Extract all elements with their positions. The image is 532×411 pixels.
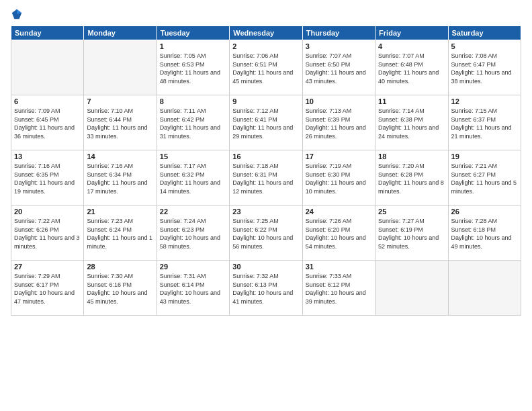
- calendar-day-cell: 31Sunrise: 7:33 AM Sunset: 6:12 PM Dayli…: [302, 261, 375, 316]
- weekday-header: Saturday: [448, 26, 521, 40]
- day-detail: Sunrise: 7:32 AM Sunset: 6:13 PM Dayligh…: [232, 272, 299, 306]
- calendar-day-cell: 29Sunrise: 7:31 AM Sunset: 6:14 PM Dayli…: [157, 261, 229, 316]
- calendar-day-cell: 13Sunrise: 7:16 AM Sunset: 6:35 PM Dayli…: [11, 150, 84, 205]
- calendar-day-cell: 4Sunrise: 7:07 AM Sunset: 6:48 PM Daylig…: [375, 40, 448, 95]
- day-number: 21: [87, 208, 153, 216]
- day-detail: Sunrise: 7:15 AM Sunset: 6:37 PM Dayligh…: [451, 107, 518, 140]
- day-detail: Sunrise: 7:17 AM Sunset: 6:32 PM Dayligh…: [160, 162, 226, 195]
- day-number: 17: [306, 152, 372, 161]
- logo-icon: [11, 8, 23, 20]
- day-detail: Sunrise: 7:11 AM Sunset: 6:42 PM Dayligh…: [160, 107, 226, 140]
- weekday-header: Sunday: [11, 26, 84, 40]
- calendar-day-cell: 11Sunrise: 7:14 AM Sunset: 6:38 PM Dayli…: [375, 95, 448, 150]
- day-detail: Sunrise: 7:07 AM Sunset: 6:48 PM Dayligh…: [378, 52, 445, 85]
- calendar-day-cell: [448, 261, 521, 316]
- calendar-day-cell: 20Sunrise: 7:22 AM Sunset: 6:26 PM Dayli…: [11, 205, 84, 261]
- weekday-header: Friday: [375, 26, 448, 40]
- day-detail: Sunrise: 7:24 AM Sunset: 6:23 PM Dayligh…: [160, 217, 226, 250]
- day-number: 2: [232, 42, 299, 50]
- weekday-header: Wednesday: [230, 26, 302, 40]
- day-number: 5: [451, 42, 518, 50]
- calendar-day-cell: 18Sunrise: 7:20 AM Sunset: 6:28 PM Dayli…: [375, 150, 448, 205]
- day-detail: Sunrise: 7:30 AM Sunset: 6:16 PM Dayligh…: [87, 272, 153, 306]
- day-detail: Sunrise: 7:19 AM Sunset: 6:30 PM Dayligh…: [306, 162, 372, 195]
- weekday-header: Thursday: [302, 26, 375, 40]
- day-number: 9: [232, 97, 299, 105]
- calendar-day-cell: 12Sunrise: 7:15 AM Sunset: 6:37 PM Dayli…: [448, 95, 521, 150]
- day-detail: Sunrise: 7:10 AM Sunset: 6:44 PM Dayligh…: [87, 107, 153, 140]
- header: [11, 8, 521, 20]
- weekday-header: Monday: [84, 26, 157, 40]
- day-number: 23: [232, 208, 299, 216]
- day-number: 26: [451, 208, 518, 216]
- day-number: 6: [14, 97, 81, 105]
- calendar-day-cell: 15Sunrise: 7:17 AM Sunset: 6:32 PM Dayli…: [157, 150, 229, 205]
- calendar-day-cell: 9Sunrise: 7:12 AM Sunset: 6:41 PM Daylig…: [230, 95, 302, 150]
- calendar-day-cell: 28Sunrise: 7:30 AM Sunset: 6:16 PM Dayli…: [84, 261, 157, 316]
- calendar-day-cell: 1Sunrise: 7:05 AM Sunset: 6:53 PM Daylig…: [157, 40, 229, 95]
- day-number: 7: [87, 97, 153, 105]
- day-detail: Sunrise: 7:31 AM Sunset: 6:14 PM Dayligh…: [160, 272, 226, 306]
- day-number: 28: [87, 263, 153, 271]
- calendar: SundayMondayTuesdayWednesdayThursdayFrid…: [11, 26, 521, 316]
- day-number: 20: [14, 208, 81, 216]
- day-number: 8: [160, 97, 226, 105]
- day-number: 22: [160, 208, 226, 216]
- day-number: 3: [306, 42, 372, 50]
- calendar-day-cell: 25Sunrise: 7:27 AM Sunset: 6:19 PM Dayli…: [375, 205, 448, 261]
- calendar-week-row: 20Sunrise: 7:22 AM Sunset: 6:26 PM Dayli…: [11, 205, 521, 261]
- weekday-header: Tuesday: [157, 26, 229, 40]
- calendar-day-cell: 16Sunrise: 7:18 AM Sunset: 6:31 PM Dayli…: [230, 150, 302, 205]
- calendar-day-cell: 7Sunrise: 7:10 AM Sunset: 6:44 PM Daylig…: [84, 95, 157, 150]
- day-number: 27: [14, 263, 81, 271]
- day-detail: Sunrise: 7:26 AM Sunset: 6:20 PM Dayligh…: [306, 217, 372, 250]
- day-detail: Sunrise: 7:28 AM Sunset: 6:18 PM Dayligh…: [451, 217, 518, 250]
- calendar-week-row: 1Sunrise: 7:05 AM Sunset: 6:53 PM Daylig…: [11, 40, 521, 95]
- calendar-day-cell: 14Sunrise: 7:16 AM Sunset: 6:34 PM Dayli…: [84, 150, 157, 205]
- day-number: 16: [232, 152, 299, 161]
- calendar-day-cell: [375, 261, 448, 316]
- day-detail: Sunrise: 7:23 AM Sunset: 6:24 PM Dayligh…: [87, 217, 153, 250]
- calendar-week-row: 13Sunrise: 7:16 AM Sunset: 6:35 PM Dayli…: [11, 150, 521, 205]
- calendar-day-cell: 3Sunrise: 7:07 AM Sunset: 6:50 PM Daylig…: [302, 40, 375, 95]
- calendar-week-row: 6Sunrise: 7:09 AM Sunset: 6:45 PM Daylig…: [11, 95, 521, 150]
- day-detail: Sunrise: 7:08 AM Sunset: 6:47 PM Dayligh…: [451, 52, 518, 85]
- day-number: 25: [378, 208, 445, 216]
- day-number: 31: [306, 263, 372, 271]
- day-detail: Sunrise: 7:20 AM Sunset: 6:28 PM Dayligh…: [378, 162, 445, 195]
- day-detail: Sunrise: 7:06 AM Sunset: 6:51 PM Dayligh…: [232, 52, 299, 85]
- day-detail: Sunrise: 7:21 AM Sunset: 6:27 PM Dayligh…: [451, 162, 518, 195]
- calendar-day-cell: 30Sunrise: 7:32 AM Sunset: 6:13 PM Dayli…: [230, 261, 302, 316]
- day-number: 30: [232, 263, 299, 271]
- day-number: 14: [87, 152, 153, 161]
- calendar-week-row: 27Sunrise: 7:29 AM Sunset: 6:17 PM Dayli…: [11, 261, 521, 316]
- day-detail: Sunrise: 7:05 AM Sunset: 6:53 PM Dayligh…: [160, 52, 226, 85]
- day-detail: Sunrise: 7:29 AM Sunset: 6:17 PM Dayligh…: [14, 272, 81, 306]
- calendar-day-cell: 6Sunrise: 7:09 AM Sunset: 6:45 PM Daylig…: [11, 95, 84, 150]
- calendar-day-cell: 27Sunrise: 7:29 AM Sunset: 6:17 PM Dayli…: [11, 261, 84, 316]
- day-detail: Sunrise: 7:16 AM Sunset: 6:34 PM Dayligh…: [87, 162, 153, 195]
- day-number: 11: [378, 97, 445, 105]
- calendar-day-cell: [11, 40, 84, 95]
- calendar-day-cell: 2Sunrise: 7:06 AM Sunset: 6:51 PM Daylig…: [230, 40, 302, 95]
- day-number: 19: [451, 152, 518, 161]
- calendar-day-cell: 21Sunrise: 7:23 AM Sunset: 6:24 PM Dayli…: [84, 205, 157, 261]
- calendar-day-cell: 8Sunrise: 7:11 AM Sunset: 6:42 PM Daylig…: [157, 95, 229, 150]
- day-number: 10: [306, 97, 372, 105]
- day-number: 29: [160, 263, 226, 271]
- calendar-day-cell: 23Sunrise: 7:25 AM Sunset: 6:22 PM Dayli…: [230, 205, 302, 261]
- day-detail: Sunrise: 7:22 AM Sunset: 6:26 PM Dayligh…: [14, 217, 81, 250]
- calendar-day-cell: 17Sunrise: 7:19 AM Sunset: 6:30 PM Dayli…: [302, 150, 375, 205]
- day-number: 13: [14, 152, 81, 161]
- day-detail: Sunrise: 7:09 AM Sunset: 6:45 PM Dayligh…: [14, 107, 81, 140]
- day-number: 12: [451, 97, 518, 105]
- calendar-day-cell: 19Sunrise: 7:21 AM Sunset: 6:27 PM Dayli…: [448, 150, 521, 205]
- calendar-day-cell: 10Sunrise: 7:13 AM Sunset: 6:39 PM Dayli…: [302, 95, 375, 150]
- day-number: 15: [160, 152, 226, 161]
- day-number: 4: [378, 42, 445, 50]
- day-detail: Sunrise: 7:13 AM Sunset: 6:39 PM Dayligh…: [306, 107, 372, 140]
- calendar-header-row: SundayMondayTuesdayWednesdayThursdayFrid…: [11, 26, 521, 40]
- calendar-day-cell: [84, 40, 157, 95]
- day-detail: Sunrise: 7:18 AM Sunset: 6:31 PM Dayligh…: [232, 162, 299, 195]
- page: SundayMondayTuesdayWednesdayThursdayFrid…: [0, 0, 532, 411]
